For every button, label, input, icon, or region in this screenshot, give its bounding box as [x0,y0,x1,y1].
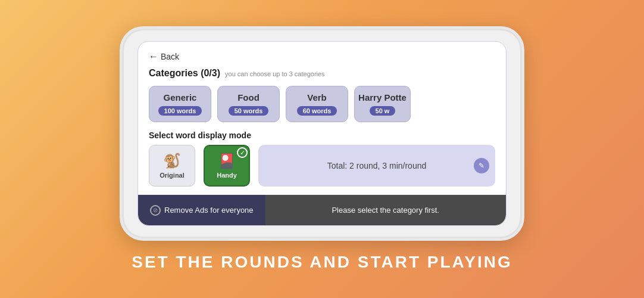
handy-mode-wrapper: 🎴 Handy ✓ [204,145,250,187]
phone-screen: ← Back Categories (0/3) you can choose u… [137,41,507,226]
rounds-info: Total: 2 round, 3 min/round ✎ [258,145,495,187]
original-mode-icon: 🐒 [163,153,181,169]
original-mode-card[interactable]: 🐒 Original [149,145,195,187]
handy-mode-icon: 🎴 [218,153,236,169]
category-name: Verb [307,92,327,103]
word-count-badge: 50 words [229,106,269,116]
back-label: Back [161,52,179,61]
start-label: Please select the category first. [332,206,439,215]
start-button[interactable]: Please select the category first. [265,195,506,225]
word-display-section: Select word display mode 🐒 Original 🎴 Ha… [149,131,495,187]
rounds-text: Total: 2 round, 3 min/round [327,161,427,170]
original-mode-wrapper: 🐒 Original [149,145,195,187]
remove-ads-button[interactable]: ⊘ Remove Ads for everyone [138,195,265,225]
word-count-badge: 100 words [158,106,202,116]
ads-icon: ⊘ [150,205,161,216]
edit-icon: ✎ [479,162,484,170]
category-name: Harry Potte [358,92,407,103]
selected-checkmark: ✓ [237,147,248,158]
back-button[interactable]: ← Back [149,51,495,62]
word-count-badge: 50 w [370,106,396,116]
handy-mode-label: Handy [217,172,237,179]
remove-ads-label: Remove Ads for everyone [164,206,254,215]
category-card-verb[interactable]: Verb 60 words [286,86,348,122]
category-name: Food [237,92,260,103]
edit-button[interactable]: ✎ [474,158,489,173]
category-card-generic[interactable]: Generic 100 words [149,86,211,122]
category-cards: Generic 100 words Food 50 words Verb 60 … [149,86,495,122]
word-display-label: Select word display mode [149,131,495,140]
category-card-harry[interactable]: Harry Potte 50 w [354,86,411,122]
categories-title: Categories (0/3) [149,68,220,79]
categories-subtitle: you can choose up to 3 categories [225,70,325,77]
categories-header: Categories (0/3) you can choose up to 3 … [149,68,495,79]
category-card-food[interactable]: Food 50 words [217,86,280,122]
original-mode-label: Original [160,172,185,179]
bottom-bar: ⊘ Remove Ads for everyone Please select … [138,194,506,225]
back-arrow-icon: ← [149,51,158,62]
word-count-badge: 60 words [297,106,337,116]
tagline: SET THE ROUNDS AND START PLAYING [132,253,512,272]
phone-frame: ← Back Categories (0/3) you can choose u… [120,26,524,241]
category-name: Generic [164,92,197,103]
word-display-row: 🐒 Original 🎴 Handy ✓ Total: 2 round, 3 m… [149,145,495,187]
screen-content: ← Back Categories (0/3) you can choose u… [138,42,506,194]
